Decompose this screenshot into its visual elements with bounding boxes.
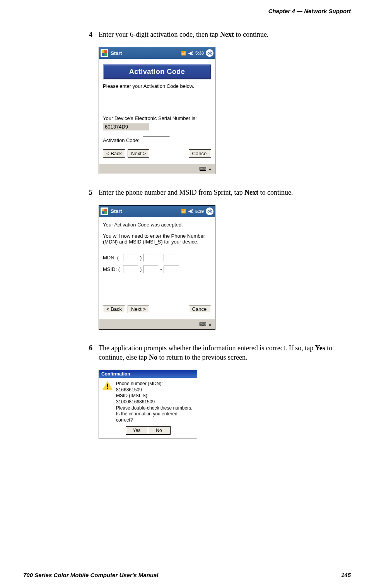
- back-button-1[interactable]: < Back: [103, 149, 125, 158]
- step-6-num: 6: [89, 343, 99, 362]
- signal-icon: 📶: [181, 51, 186, 56]
- step-6-text: The application prompts whether the info…: [99, 343, 339, 362]
- cancel-button-1[interactable]: Cancel: [189, 149, 211, 158]
- clock-2: 5:39: [195, 209, 204, 214]
- activation-code-label: Activation Code:: [103, 137, 140, 143]
- start-label-2[interactable]: Start: [111, 208, 122, 214]
- step-4-num: 4: [89, 30, 99, 39]
- page-header: Chapter 4 — Network Support: [23, 8, 351, 14]
- bottombar-1: ⌨ ▲: [99, 164, 215, 174]
- confirmation-dialog: Confirmation Phone number (MDN): 8166861…: [99, 370, 197, 439]
- clock-1: 5:33: [195, 51, 204, 55]
- status-icons-2: 📶 ◀ξ 5:39: [181, 209, 204, 214]
- warning-icon: [102, 381, 113, 390]
- page-footer: 700 Series Color Mobile Computer User's …: [23, 572, 351, 578]
- dialog-text: Phone number (MDN): 8166861509 MSID (IMS…: [116, 381, 194, 423]
- yes-button[interactable]: Yes: [126, 426, 148, 435]
- page-number: 145: [341, 572, 351, 578]
- activation-prompt: Please enter your Activation Code below.: [103, 83, 211, 89]
- step-5-num: 5: [89, 188, 99, 197]
- step-5-text: Enter the phone number and MSID from Spr…: [99, 188, 293, 197]
- step-6: 6 The application prompts whether the in…: [89, 343, 339, 362]
- ok-button-1[interactable]: ok: [206, 49, 213, 57]
- speaker-icon: ◀ξ: [188, 51, 193, 56]
- titlebar-2: Start 📶 ◀ξ 5:39 ok: [99, 206, 215, 217]
- enter-msg: You will now need to enter the Phone Num…: [103, 233, 211, 245]
- msid-line-input[interactable]: [164, 266, 179, 273]
- no-button[interactable]: No: [148, 426, 171, 435]
- keyboard-icon-2[interactable]: ⌨: [199, 321, 207, 327]
- mdn-area-input[interactable]: [123, 254, 138, 262]
- msid-label: MSID: (: [103, 266, 121, 272]
- bottombar-2: ⌨ ▲: [99, 319, 215, 329]
- mdn-line-input[interactable]: [164, 254, 179, 262]
- keyboard-icon[interactable]: ⌨: [199, 166, 207, 172]
- back-button-2[interactable]: < Back: [103, 305, 125, 313]
- esn-label: Your Device's Electronic Serial Number i…: [103, 115, 211, 121]
- cancel-button-2[interactable]: Cancel: [189, 305, 211, 313]
- step-4-text: Enter your 6-digit activation code, then…: [99, 30, 268, 39]
- accepted-msg: Your Activation Code was accepted.: [103, 222, 211, 228]
- esn-value: 601374D9: [103, 123, 149, 131]
- step-4: 4 Enter your 6-digit activation code, th…: [89, 30, 339, 39]
- signal-icon-2: 📶: [181, 209, 186, 214]
- start-flag-icon[interactable]: [101, 49, 108, 57]
- start-flag-icon-2[interactable]: [101, 207, 108, 215]
- speaker-icon-2: ◀ξ: [188, 209, 193, 214]
- dialog-title: Confirmation: [99, 370, 197, 378]
- activation-banner: Activation Code: [103, 64, 211, 79]
- header-sep: —: [295, 8, 304, 14]
- titlebar-1: Start 📶 ◀ξ 5:33 ok: [99, 47, 215, 59]
- mdn-row: MDN: ( ) -: [103, 254, 211, 262]
- mdn-prefix-input[interactable]: [143, 254, 159, 262]
- mdn-label: MDN: (: [103, 255, 121, 261]
- chapter-label: Chapter 4: [268, 8, 295, 14]
- screenshot-1: Start 📶 ◀ξ 5:33 ok Activation Code Pleas…: [99, 47, 215, 174]
- sip-arrow-icon[interactable]: ▲: [208, 167, 212, 171]
- step-5: 5 Enter the phone number and MSID from S…: [89, 188, 339, 197]
- chapter-title: Network Support: [304, 8, 351, 14]
- status-icons-1: 📶 ◀ξ 5:33: [181, 51, 204, 56]
- activation-code-input[interactable]: [143, 136, 170, 144]
- sip-arrow-icon-2[interactable]: ▲: [208, 322, 212, 326]
- msid-row: MSID: ( ) -: [103, 266, 211, 273]
- msid-area-input[interactable]: [123, 266, 138, 273]
- msid-prefix-input[interactable]: [143, 266, 159, 273]
- screenshot-2: Start 📶 ◀ξ 5:39 ok Your Activation Code …: [99, 205, 215, 330]
- start-label[interactable]: Start: [111, 50, 122, 56]
- next-button-2[interactable]: Next >: [128, 305, 149, 313]
- manual-title: 700 Series Color Mobile Computer User's …: [23, 572, 159, 578]
- ok-button-2[interactable]: ok: [206, 207, 213, 215]
- next-button-1[interactable]: Next >: [128, 149, 149, 158]
